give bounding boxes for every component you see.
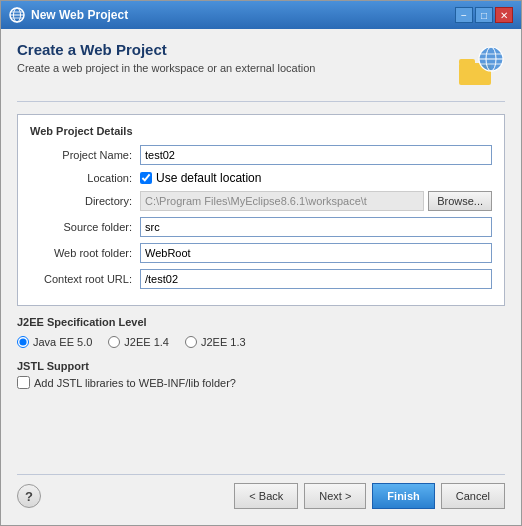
dialog-footer: ? < Back Next > Finish Cancel [17, 474, 505, 513]
source-folder-row: Source folder: [30, 217, 492, 237]
window-title: New Web Project [31, 8, 128, 22]
cancel-button[interactable]: Cancel [441, 483, 505, 509]
java-ee-5-label: Java EE 5.0 [33, 336, 92, 348]
web-root-row: Web root folder: [30, 243, 492, 263]
context-root-row: Context root URL: [30, 269, 492, 289]
header-text: Create a Web Project Create a web projec… [17, 41, 315, 74]
footer-buttons: < Back Next > Finish Cancel [234, 483, 505, 509]
group-label: Web Project Details [30, 125, 492, 137]
header-divider [17, 101, 505, 102]
source-folder-label: Source folder: [30, 221, 140, 233]
context-root-input[interactable] [140, 269, 492, 289]
j2ee-label: J2EE Specification Level [17, 316, 505, 328]
directory-input[interactable] [140, 191, 424, 211]
next-button[interactable]: Next > [304, 483, 366, 509]
dialog-content: Create a Web Project Create a web projec… [1, 29, 521, 525]
directory-row: Directory: Browse... [30, 191, 492, 211]
j2ee-section: J2EE Specification Level Java EE 5.0 J2E… [17, 316, 505, 352]
title-bar: New Web Project − □ ✕ [1, 1, 521, 29]
location-row: Location: Use default location [30, 171, 492, 185]
j2ee-14-radio[interactable] [108, 336, 120, 348]
svg-rect-6 [459, 59, 475, 65]
source-folder-input[interactable] [140, 217, 492, 237]
jstl-label: JSTL Support [17, 360, 505, 372]
j2ee-13-radio[interactable] [185, 336, 197, 348]
header-icon [457, 41, 505, 89]
window-icon [9, 7, 25, 23]
j2ee-13-label: J2EE 1.3 [201, 336, 246, 348]
use-default-checkbox[interactable] [140, 172, 152, 184]
directory-label: Directory: [30, 195, 140, 207]
jstl-checkbox-row: Add JSTL libraries to WEB-INF/lib folder… [17, 376, 505, 389]
j2ee-14-label: J2EE 1.4 [124, 336, 169, 348]
context-root-label: Context root URL: [30, 273, 140, 285]
j2ee-radio-group: Java EE 5.0 J2EE 1.4 J2EE 1.3 [17, 336, 505, 348]
browse-button[interactable]: Browse... [428, 191, 492, 211]
java-ee-5-option: Java EE 5.0 [17, 336, 92, 348]
project-name-label: Project Name: [30, 149, 140, 161]
dialog-header: Create a Web Project Create a web projec… [17, 41, 505, 89]
project-name-row: Project Name: [30, 145, 492, 165]
close-button[interactable]: ✕ [495, 7, 513, 23]
back-button[interactable]: < Back [234, 483, 298, 509]
location-label: Location: [30, 172, 140, 184]
jstl-section: JSTL Support Add JSTL libraries to WEB-I… [17, 360, 505, 389]
dialog-window: New Web Project − □ ✕ Create a Web Proje… [0, 0, 522, 526]
project-name-input[interactable] [140, 145, 492, 165]
jstl-checkbox[interactable] [17, 376, 30, 389]
web-root-label: Web root folder: [30, 247, 140, 259]
dialog-title: Create a Web Project [17, 41, 315, 58]
j2ee-14-option: J2EE 1.4 [108, 336, 169, 348]
maximize-button[interactable]: □ [475, 7, 493, 23]
java-ee-5-radio[interactable] [17, 336, 29, 348]
footer-left: ? [17, 484, 41, 508]
project-details-group: Web Project Details Project Name: Locati… [17, 114, 505, 306]
jstl-checkbox-label: Add JSTL libraries to WEB-INF/lib folder… [34, 377, 236, 389]
help-button[interactable]: ? [17, 484, 41, 508]
window-controls: − □ ✕ [455, 7, 513, 23]
web-root-input[interactable] [140, 243, 492, 263]
j2ee-13-option: J2EE 1.3 [185, 336, 246, 348]
dialog-subtitle: Create a web project in the workspace or… [17, 62, 315, 74]
minimize-button[interactable]: − [455, 7, 473, 23]
finish-button[interactable]: Finish [372, 483, 434, 509]
use-default-label: Use default location [156, 171, 261, 185]
use-default-checkbox-container: Use default location [140, 171, 261, 185]
